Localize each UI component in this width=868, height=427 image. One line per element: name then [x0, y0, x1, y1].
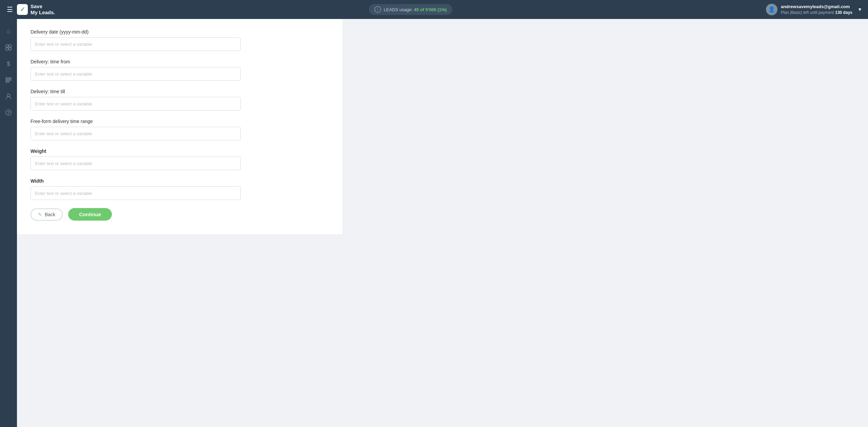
svg-rect-6 — [6, 81, 9, 82]
svg-rect-4 — [6, 78, 11, 79]
user-email: andrewsavemyleads@gmail.com — [781, 4, 852, 10]
svg-rect-5 — [6, 80, 11, 81]
header: ☰ ✓ Save My Leads. i LEADS usage: 45 of … — [0, 0, 868, 19]
svg-text:?: ? — [7, 110, 9, 115]
delivery-time-till-input[interactable] — [31, 97, 241, 110]
field-group-delivery-time-from: Delivery: time from — [31, 59, 329, 81]
delivery-time-from-label: Delivery: time from — [31, 59, 329, 64]
logo-container: ✓ Save My Leads. — [17, 3, 55, 16]
field-group-delivery-date: Delivery date (yyyy-mm-dd) — [31, 29, 329, 51]
sidebar-item-integrations[interactable] — [2, 41, 15, 54]
field-group-delivery-time-till: Delivery: time till — [31, 89, 329, 110]
logo-checkmark-icon: ✓ — [20, 6, 25, 13]
svg-rect-2 — [6, 48, 8, 50]
delivery-time-from-input[interactable] — [31, 67, 241, 81]
avatar: 👤 — [766, 4, 777, 15]
weight-input[interactable] — [31, 157, 241, 170]
sidebar-item-templates[interactable] — [2, 73, 15, 87]
user-plan: Plan |Basic| left until payment 130 days — [781, 10, 852, 16]
header-left: ☰ ✓ Save My Leads. — [7, 3, 55, 16]
field-group-free-form-delivery: Free-form delivery time range — [31, 119, 329, 140]
sidebar-item-home[interactable]: ⌂ — [2, 24, 15, 38]
delivery-date-input[interactable] — [31, 37, 241, 51]
hamburger-icon[interactable]: ☰ — [7, 5, 13, 14]
svg-point-7 — [7, 94, 10, 97]
content-area: Delivery date (yyyy-mm-dd) Delivery: tim… — [17, 19, 868, 427]
logo-text: Save My Leads. — [31, 3, 55, 16]
sidebar-item-account[interactable] — [2, 89, 15, 103]
info-icon: i — [374, 6, 381, 13]
svg-rect-0 — [6, 45, 8, 47]
free-form-delivery-input[interactable] — [31, 127, 241, 140]
sidebar-item-billing[interactable]: $ — [2, 57, 15, 70]
svg-rect-1 — [9, 45, 11, 47]
leads-usage-badge: i LEADS usage: 45 of 5'000 (1%) — [369, 4, 452, 15]
delivery-time-till-label: Delivery: time till — [31, 89, 329, 94]
continue-button[interactable]: Continue — [68, 208, 112, 221]
weight-label: Weight — [31, 148, 329, 154]
field-group-width: Width — [31, 178, 329, 200]
pencil-icon: ✎ — [38, 212, 42, 217]
delivery-date-label: Delivery date (yyyy-mm-dd) — [31, 29, 329, 35]
field-group-weight: Weight — [31, 148, 329, 170]
back-label: Back — [45, 212, 55, 217]
main-layout: ⌂ $ ? — [0, 19, 868, 427]
free-form-delivery-label: Free-form delivery time range — [31, 119, 329, 124]
leads-usage-text: LEADS usage: 45 of 5'000 (1%) — [384, 7, 447, 12]
back-button[interactable]: ✎ Back — [31, 208, 63, 221]
buttons-row: ✎ Back Continue — [31, 208, 329, 221]
width-label: Width — [31, 178, 329, 184]
header-right: 👤 andrewsavemyleads@gmail.com Plan |Basi… — [766, 4, 861, 16]
form-container: Delivery date (yyyy-mm-dd) Delivery: tim… — [17, 19, 342, 234]
user-info: andrewsavemyleads@gmail.com Plan |Basic|… — [781, 4, 852, 16]
chevron-down-icon[interactable]: ▾ — [859, 6, 861, 13]
svg-rect-3 — [9, 48, 11, 50]
width-input[interactable] — [31, 186, 241, 200]
sidebar-item-help[interactable]: ? — [2, 106, 15, 119]
sidebar: ⌂ $ ? — [0, 19, 17, 427]
logo-box: ✓ — [17, 4, 28, 15]
